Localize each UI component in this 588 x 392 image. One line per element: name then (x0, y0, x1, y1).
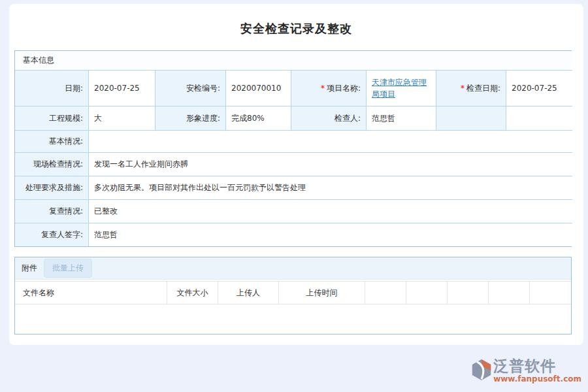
column-empty (406, 282, 448, 304)
review-status-value: 已整改 (89, 200, 572, 223)
empty-value-cell (506, 106, 572, 131)
measures-label: 处理要求及措施: (15, 176, 89, 200)
column-upload-time: 上传时间 (279, 282, 365, 304)
required-asterisk: * (321, 84, 325, 93)
inspector-value: 范思哲 (367, 106, 436, 131)
column-uploader: 上传人 (218, 282, 279, 304)
attachments-table-header: 文件名称 文件大小 上传人 上传时间 (15, 281, 571, 304)
attachments-title: 附件 (22, 263, 37, 274)
review-signer-value: 范思哲 (89, 223, 572, 246)
required-asterisk: * (461, 84, 465, 93)
attachments-section: 附件 批量上传 文件名称 文件大小 上传人 上传时间 (14, 257, 572, 335)
project-name-cell: 天津市应急管理局项目 (367, 71, 436, 106)
measures-value: 多次劝阻无果。项目部对其作出处以一百元罚款予以警告处理 (89, 176, 572, 200)
basic-info-table: 基本信息 日期: 2020-07-25 安检编号: 2020070010 * 项… (14, 50, 572, 247)
check-date-label: * 检查日期: (436, 71, 506, 106)
review-status-label: 复查情况: (15, 200, 89, 223)
vendor-watermark: 泛普软件 www.fanpusoft.com (471, 358, 581, 384)
vendor-website: www.fanpusoft.com (493, 374, 581, 384)
check-date-label-text: 检查日期: (466, 83, 500, 94)
basic-situation-label: 基本情况: (15, 131, 89, 153)
check-date-value: 2020-07-25 (506, 71, 572, 106)
vendor-text: 泛普软件 www.fanpusoft.com (493, 358, 581, 384)
date-label: 日期: (15, 71, 89, 106)
empty-label-cell (436, 106, 506, 131)
date-value: 2020-07-25 (89, 71, 155, 106)
basic-info-section-header: 基本信息 (15, 51, 572, 71)
site-findings-label: 现场检查情况: (15, 153, 89, 176)
column-empty (365, 282, 406, 304)
visual-progress-label: 形象进度: (155, 106, 226, 131)
project-scale-label: 工程规模: (15, 106, 89, 131)
main-panel: 安全检查记录及整改 基本信息 日期: 2020-07-25 安检编号: 2020… (9, 4, 583, 345)
inspector-label: 检查人: (291, 106, 367, 131)
fanpu-logo-icon (471, 358, 492, 384)
project-name-label-text: 项目名称: (327, 83, 361, 94)
inspection-no-label: 安检编号: (155, 71, 226, 106)
site-findings-value: 发现一名工人作业期间赤膊 (89, 153, 572, 176)
basic-situation-value (89, 131, 572, 153)
batch-upload-button[interactable]: 批量上传 (44, 259, 92, 278)
column-empty (448, 282, 489, 304)
project-link[interactable]: 天津市应急管理局项目 (372, 76, 433, 100)
column-empty (489, 282, 530, 304)
project-name-label: * 项目名称: (291, 71, 367, 106)
page-title: 安全检查记录及整改 (9, 4, 583, 37)
attachments-empty-body (15, 304, 571, 335)
review-signer-label: 复查人签字: (15, 223, 89, 246)
visual-progress-value: 完成80% (226, 106, 291, 131)
column-file-name: 文件名称 (15, 282, 167, 304)
project-scale-value: 大 (89, 106, 155, 131)
inspection-no-value: 2020070010 (226, 71, 291, 106)
column-file-size: 文件大小 (167, 282, 218, 304)
attachments-header-bar: 附件 批量上传 (15, 257, 571, 280)
column-empty (530, 282, 571, 304)
vendor-brand-name: 泛普软件 (493, 358, 581, 374)
